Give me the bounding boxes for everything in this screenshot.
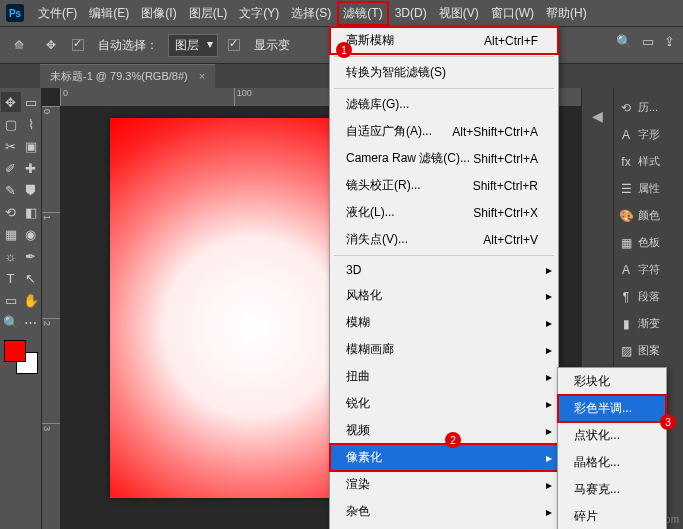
foreground-color[interactable] — [4, 340, 26, 362]
filter-menu-item[interactable]: 像素化 — [330, 444, 558, 471]
gradient-icon: ▮ — [618, 317, 634, 331]
filter-menu-item[interactable]: 高斯模糊Alt+Ctrl+F — [330, 27, 558, 54]
filter-menu-item[interactable]: 镜头校正(R)...Shift+Ctrl+R — [330, 172, 558, 199]
search-icon[interactable]: 🔍 — [616, 34, 632, 49]
filter-menu-item[interactable]: 扭曲 — [330, 363, 558, 390]
filter-menu-item[interactable]: 转换为智能滤镜(S) — [330, 59, 558, 86]
history-brush-tool[interactable]: ⟲ — [1, 202, 21, 222]
tab-close-icon[interactable]: × — [199, 70, 205, 82]
eyedropper-tool[interactable]: ✐ — [1, 158, 21, 178]
annotation-badge-1: 1 — [336, 42, 352, 58]
auto-select-checkbox[interactable] — [72, 39, 84, 51]
show-transform-label: 显示变 — [254, 37, 290, 54]
submenu-item[interactable]: 彩块化 — [558, 368, 666, 395]
styles-icon: fx — [618, 155, 634, 169]
menu-3d[interactable]: 3D(D) — [389, 2, 433, 24]
type-tool[interactable]: T — [1, 268, 21, 288]
paragraph-icon: ¶ — [618, 290, 634, 304]
menu-select[interactable]: 选择(S) — [285, 1, 337, 26]
brush-tool[interactable]: ✎ — [1, 180, 21, 200]
glyphs-icon: A — [618, 128, 634, 142]
menu-help[interactable]: 帮助(H) — [540, 1, 593, 26]
eraser-tool[interactable]: ◧ — [21, 202, 41, 222]
filter-menu-item[interactable]: Camera Raw 滤镜(C)...Shift+Ctrl+A — [330, 145, 558, 172]
pattern-icon: ▨ — [618, 344, 634, 358]
menu-view[interactable]: 视图(V) — [433, 1, 485, 26]
frame-tool[interactable]: ▣ — [21, 136, 41, 156]
lasso-tool[interactable]: ⌇ — [21, 114, 41, 134]
ruler-vertical: 0 1 2 3 — [42, 106, 60, 529]
path-tool[interactable]: ↖ — [21, 268, 41, 288]
pixelate-submenu: 彩块化彩色半调...点状化...晶格化...马赛克...碎片铜版雕刻... — [557, 367, 667, 529]
panel-history[interactable]: ⟲历... — [614, 94, 683, 121]
menu-file[interactable]: 文件(F) — [32, 1, 83, 26]
panel-color[interactable]: 🎨颜色 — [614, 202, 683, 229]
panel-swatches[interactable]: ▦色板 — [614, 229, 683, 256]
marquee-tool[interactable]: ▢ — [1, 114, 21, 134]
top-right-icons: 🔍 ▭ ⇪ — [616, 34, 675, 49]
menu-image[interactable]: 图像(I) — [135, 1, 182, 26]
move-tool-icon[interactable]: ✥ — [40, 34, 62, 56]
swatches-icon: ▦ — [618, 236, 634, 250]
panel-gradient[interactable]: ▮渐变 — [614, 310, 683, 337]
gradient-tool[interactable]: ▦ — [1, 224, 21, 244]
stamp-tool[interactable]: ⛊ — [21, 180, 41, 200]
shape-tool[interactable]: ▭ — [1, 290, 21, 310]
toolbox: ✥▭ ▢⌇ ✂▣ ✐✚ ✎⛊ ⟲◧ ▦◉ ☼✒ T↖ ▭✋ 🔍⋯ — [0, 88, 42, 529]
filter-menu-item[interactable]: 消失点(V)...Alt+Ctrl+V — [330, 226, 558, 253]
tab-title: 未标题-1 @ 79.3%(RGB/8#) — [50, 70, 188, 82]
submenu-item[interactable]: 彩色半调... — [558, 395, 666, 422]
auto-select-dropdown[interactable]: 图层 — [168, 34, 218, 57]
ps-logo: Ps — [6, 4, 24, 22]
move-tool[interactable]: ✥ — [1, 92, 21, 112]
color-swatches[interactable] — [4, 340, 38, 374]
auto-select-label: 自动选择： — [98, 37, 158, 54]
submenu-item[interactable]: 碎片 — [558, 503, 666, 529]
menu-window[interactable]: 窗口(W) — [485, 1, 540, 26]
home-icon[interactable]: ⟰ — [8, 34, 30, 56]
filter-menu-item[interactable]: 风格化 — [330, 282, 558, 309]
show-transform-checkbox[interactable] — [228, 39, 240, 51]
filter-menu-item[interactable]: 杂色 — [330, 498, 558, 525]
menu-edit[interactable]: 编辑(E) — [83, 1, 135, 26]
heal-tool[interactable]: ✚ — [21, 158, 41, 178]
filter-menu-item[interactable]: 3D — [330, 258, 558, 282]
artboard-tool[interactable]: ▭ — [21, 92, 41, 112]
submenu-item[interactable]: 点状化... — [558, 422, 666, 449]
panel-styles[interactable]: fx样式 — [614, 148, 683, 175]
document-tab[interactable]: 未标题-1 @ 79.3%(RGB/8#) × — [40, 64, 215, 88]
filter-menu-item[interactable]: 其它 — [330, 525, 558, 529]
menu-filter[interactable]: 滤镜(T) — [337, 1, 388, 26]
panel-toggle-icon[interactable]: ◀ — [592, 108, 603, 124]
submenu-item[interactable]: 马赛克... — [558, 476, 666, 503]
color-icon: 🎨 — [618, 209, 634, 223]
properties-icon: ☰ — [618, 182, 634, 196]
panel-properties[interactable]: ☰属性 — [614, 175, 683, 202]
filter-menu-item[interactable]: 渲染 — [330, 471, 558, 498]
panel-pattern[interactable]: ▨图案 — [614, 337, 683, 364]
crop-tool[interactable]: ✂ — [1, 136, 21, 156]
menu-type[interactable]: 文字(Y) — [233, 1, 285, 26]
filter-menu-item[interactable]: 锐化 — [330, 390, 558, 417]
filter-menu-item[interactable]: 模糊 — [330, 309, 558, 336]
filter-menu-item[interactable]: 自适应广角(A)...Alt+Shift+Ctrl+A — [330, 118, 558, 145]
menu-layer[interactable]: 图层(L) — [183, 1, 234, 26]
blur-tool[interactable]: ◉ — [21, 224, 41, 244]
panel-character[interactable]: A字符 — [614, 256, 683, 283]
filter-menu-item[interactable]: 液化(L)...Shift+Ctrl+X — [330, 199, 558, 226]
filter-menu-item[interactable]: 模糊画廊 — [330, 336, 558, 363]
filter-menu-item[interactable]: 滤镜库(G)... — [330, 91, 558, 118]
dodge-tool[interactable]: ☼ — [1, 246, 21, 266]
panel-paragraph[interactable]: ¶段落 — [614, 283, 683, 310]
zoom-tool[interactable]: 🔍 — [1, 312, 21, 332]
workspace-icon[interactable]: ▭ — [642, 34, 654, 49]
history-icon: ⟲ — [618, 101, 634, 115]
panel-glyphs[interactable]: A字形 — [614, 121, 683, 148]
annotation-badge-2: 2 — [445, 432, 461, 448]
filter-menu-item[interactable]: 视频 — [330, 417, 558, 444]
pen-tool[interactable]: ✒ — [21, 246, 41, 266]
more-tools[interactable]: ⋯ — [21, 312, 41, 332]
share-icon[interactable]: ⇪ — [664, 34, 675, 49]
hand-tool[interactable]: ✋ — [21, 290, 41, 310]
submenu-item[interactable]: 晶格化... — [558, 449, 666, 476]
